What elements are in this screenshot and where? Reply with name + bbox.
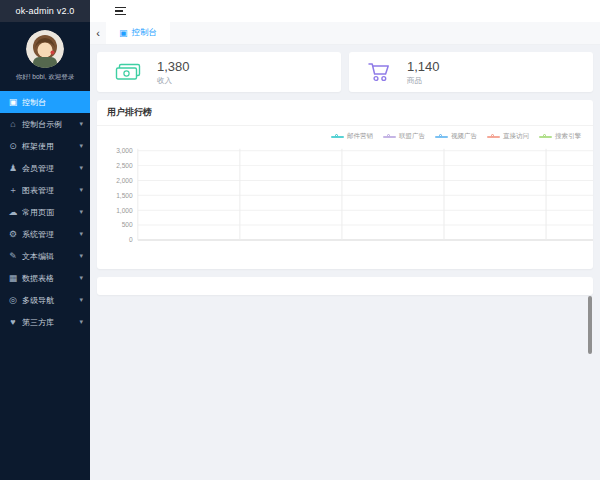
- dashboard-content: 1,380收入1,140商品 用户排行榜 邮件营销联盟广告视频广告直接访问搜索引…: [90, 45, 600, 480]
- user-icon: ♟: [7, 163, 19, 173]
- sidebar-item-label: 会员管理: [22, 163, 54, 174]
- gear-icon: ⚙: [7, 229, 19, 239]
- sidebar-item-3[interactable]: ♟会员管理▾: [0, 157, 90, 179]
- topbar: [90, 0, 600, 22]
- table-card: [97, 277, 593, 295]
- svg-text:1,500: 1,500: [116, 192, 133, 199]
- chevron-down-icon: ▾: [79, 296, 83, 304]
- legend-marker-icon: [435, 134, 448, 139]
- pages-icon: ☁: [7, 207, 19, 217]
- greeting-text: 你好! bobi, 欢迎登录: [0, 73, 90, 82]
- chart-card-header: 用户排行榜: [97, 100, 593, 126]
- sidebar-item-label: 多级导航: [22, 295, 54, 306]
- svg-text:3,000: 3,000: [116, 147, 133, 154]
- sidebar-item-label: 控制台: [22, 97, 46, 108]
- avatar-image: [26, 30, 64, 68]
- user-profile: 你好! bobi, 欢迎登录: [0, 22, 90, 87]
- stat-value: 1,140: [407, 59, 440, 74]
- scrollbar-thumb[interactable]: [588, 296, 592, 354]
- sidebar-item-label: 系统管理: [22, 229, 54, 240]
- sidebar-item-label: 文本编辑: [22, 251, 54, 262]
- money-icon: [115, 62, 141, 83]
- tab-console[interactable]: ▣ 控制台: [106, 22, 170, 44]
- legend-label: 邮件营销: [347, 132, 373, 141]
- legend-label: 联盟广告: [399, 132, 425, 141]
- chevron-down-icon: ▾: [79, 230, 83, 238]
- stat-value: 1,380: [157, 59, 190, 74]
- chart-title: 用户排行榜: [107, 107, 152, 117]
- svg-text:2,000: 2,000: [116, 177, 133, 184]
- legend-marker-icon: [539, 134, 552, 139]
- legend-label: 搜索引擎: [555, 132, 581, 141]
- chevron-down-icon: ▾: [79, 208, 83, 216]
- table-icon: ▦: [7, 273, 19, 283]
- sidebar-item-4[interactable]: ＋图表管理▾: [0, 179, 90, 201]
- menu-fold-icon[interactable]: [115, 5, 126, 18]
- sidebar-item-10[interactable]: ♥第三方库▾: [0, 311, 90, 333]
- chart-legend: 邮件营销联盟广告视频广告直接访问搜索引擎: [97, 126, 593, 141]
- legend-item[interactable]: 搜索引擎: [539, 132, 581, 141]
- sidebar-item-label: 控制台示例: [22, 119, 62, 130]
- stat-card-0: 1,380收入: [97, 52, 341, 92]
- svg-text:1,000: 1,000: [116, 207, 133, 214]
- sidebar-item-label: 常用页面: [22, 207, 54, 218]
- sidebar-item-9[interactable]: ◎多级导航▾: [0, 289, 90, 311]
- cart-icon: [367, 61, 391, 83]
- tab-bar: ‹ ▣ 控制台: [90, 22, 600, 45]
- sidebar-item-label: 图表管理: [22, 185, 54, 196]
- tab-collapse-icon[interactable]: ‹: [90, 22, 106, 44]
- legend-item[interactable]: 直接访问: [487, 132, 529, 141]
- chevron-down-icon: ▾: [79, 186, 83, 194]
- sidebar-item-6[interactable]: ⚙系统管理▾: [0, 223, 90, 245]
- home-icon: ⌂: [7, 119, 19, 129]
- legend-label: 视频广告: [451, 132, 477, 141]
- stat-label: 商品: [407, 76, 440, 86]
- pagination: [97, 277, 593, 291]
- svg-text:0: 0: [129, 237, 133, 244]
- chevron-down-icon: ▾: [79, 318, 83, 326]
- chart-icon: ＋: [7, 184, 19, 197]
- edit-icon: ✎: [7, 251, 19, 261]
- lib-icon: ♥: [7, 317, 19, 327]
- sidebar: ok-admin v2.0 你好! bobi, 欢迎登录 ▣控制台⌂控制台示例▾…: [0, 0, 90, 480]
- chart-card: 用户排行榜 邮件营销联盟广告视频广告直接访问搜索引擎 05001,0001,50…: [97, 100, 593, 269]
- sidebar-item-8[interactable]: ▦数据表格▾: [0, 267, 90, 289]
- svg-text:2,500: 2,500: [116, 162, 133, 169]
- console-icon: ▣: [119, 28, 128, 38]
- chevron-down-icon: ▾: [79, 252, 83, 260]
- area-chart: 05001,0001,5002,0002,5003,000: [97, 143, 593, 269]
- stat-cards: 1,380收入1,140商品: [97, 52, 593, 92]
- sidebar-item-0[interactable]: ▣控制台: [0, 91, 90, 113]
- sidebar-item-5[interactable]: ☁常用页面▾: [0, 201, 90, 223]
- chevron-down-icon: ▾: [79, 164, 83, 172]
- chevron-down-icon: ▾: [79, 142, 83, 150]
- stat-card-1: 1,140商品: [349, 52, 593, 92]
- svg-text:500: 500: [122, 222, 133, 229]
- user-avatar[interactable]: [26, 30, 64, 68]
- legend-marker-icon: [331, 134, 344, 139]
- chevron-down-icon: ▾: [79, 274, 83, 282]
- sidebar-item-7[interactable]: ✎文本编辑▾: [0, 245, 90, 267]
- main-area: ‹ ▣ 控制台 1,380收入1,140商品 用户排行榜 邮件营销联盟广告视频广…: [90, 0, 600, 480]
- app-logo: ok-admin v2.0: [0, 0, 90, 22]
- sidebar-item-label: 数据表格: [22, 273, 54, 284]
- legend-item[interactable]: 视频广告: [435, 132, 477, 141]
- legend-marker-icon: [487, 134, 500, 139]
- sidebar-item-2[interactable]: ⊙框架使用▾: [0, 135, 90, 157]
- chevron-down-icon: ▾: [79, 120, 83, 128]
- frame-icon: ⊙: [7, 141, 19, 151]
- app-root: ok-admin v2.0 你好! bobi, 欢迎登录 ▣控制台⌂控制台示例▾…: [0, 0, 600, 480]
- legend-label: 直接访问: [503, 132, 529, 141]
- sidebar-item-label: 框架使用: [22, 141, 54, 152]
- nav-icon: ◎: [7, 295, 19, 305]
- legend-item[interactable]: 联盟广告: [383, 132, 425, 141]
- sidebar-item-1[interactable]: ⌂控制台示例▾: [0, 113, 90, 135]
- legend-marker-icon: [383, 134, 396, 139]
- tab-console-label: 控制台: [132, 27, 158, 39]
- sidebar-menu: ▣控制台⌂控制台示例▾⊙框架使用▾♟会员管理▾＋图表管理▾☁常用页面▾⚙系统管理…: [0, 91, 90, 333]
- dashboard-icon: ▣: [7, 97, 19, 107]
- legend-item[interactable]: 邮件营销: [331, 132, 373, 141]
- sidebar-item-label: 第三方库: [22, 317, 54, 328]
- stat-label: 收入: [157, 76, 190, 86]
